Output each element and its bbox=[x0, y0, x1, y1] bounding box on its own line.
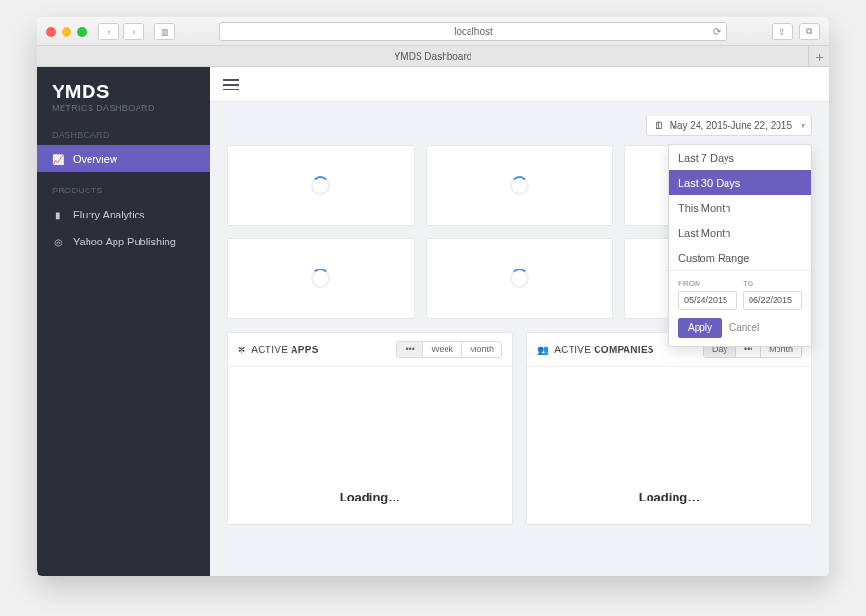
to-date-input[interactable] bbox=[743, 291, 802, 310]
close-window-button[interactable] bbox=[46, 27, 56, 37]
sidebar-section-products: PRODUCTS bbox=[37, 172, 210, 201]
date-option-custom[interactable]: Custom Range bbox=[669, 245, 811, 270]
sidebar-item-label: Yahoo App Publishing bbox=[73, 236, 176, 247]
chevron-down-icon: ▾ bbox=[802, 121, 805, 130]
browser-window: ‹ › ▥ localhost ⟳ ⇪ ⧉ YMDS Dashboard + Y… bbox=[37, 17, 829, 576]
custom-range-section: FROM TO Apply Cancel bbox=[669, 270, 811, 346]
metric-card bbox=[426, 145, 614, 226]
address-bar[interactable]: localhost ⟳ bbox=[219, 22, 727, 41]
panel-active-apps: ✻ ACTIVE APPS ••• Week Month Loading… bbox=[227, 332, 513, 525]
ad-icon: ◎ bbox=[52, 237, 64, 247]
users-icon: 👥 bbox=[537, 345, 548, 355]
metric-card bbox=[227, 238, 415, 319]
back-button[interactable]: ‹ bbox=[98, 23, 119, 40]
brand-title: YMDS bbox=[52, 81, 194, 103]
date-range-dropdown: Last 7 Days Last 30 Days This Month Last… bbox=[668, 144, 812, 346]
topbar bbox=[210, 67, 829, 102]
metric-card bbox=[426, 238, 614, 319]
sidebar-toggle-button[interactable]: ▥ bbox=[154, 23, 175, 40]
brand-subtitle: METRICS DASHBOARD bbox=[52, 103, 194, 113]
loading-spinner-icon bbox=[510, 176, 529, 195]
date-option-this-month[interactable]: This Month bbox=[669, 195, 811, 220]
panel-active-companies: 👥 ACTIVE COMPANIES Day ••• Month Loading… bbox=[526, 332, 812, 525]
chart-area-icon: 📈 bbox=[52, 154, 64, 165]
metric-card bbox=[227, 145, 415, 226]
date-range-button[interactable]: 🗓 May 24, 2015-June 22, 2015 ▾ bbox=[646, 116, 812, 136]
loading-spinner-icon bbox=[510, 269, 529, 288]
date-option-last-7[interactable]: Last 7 Days bbox=[669, 145, 811, 170]
segment-control: ••• Week Month bbox=[396, 341, 502, 358]
sidebar-item-label: Flurry Analytics bbox=[73, 209, 145, 220]
tab-bar: YMDS Dashboard + bbox=[37, 46, 829, 67]
from-date-input[interactable] bbox=[678, 291, 737, 310]
tab-title[interactable]: YMDS Dashboard bbox=[395, 51, 472, 62]
panels: ✻ ACTIVE APPS ••• Week Month Loading… bbox=[227, 332, 812, 525]
panel-body: Loading… bbox=[228, 367, 512, 524]
panel-body: Loading… bbox=[527, 367, 811, 524]
segment-week[interactable]: Week bbox=[422, 342, 461, 357]
tabs-button[interactable]: ⧉ bbox=[799, 23, 820, 40]
loading-text: Loading… bbox=[639, 490, 700, 504]
brand: YMDS METRICS DASHBOARD bbox=[37, 67, 210, 116]
menu-toggle-icon[interactable] bbox=[223, 79, 239, 90]
app: YMDS METRICS DASHBOARD DASHBOARD 📈 Overv… bbox=[37, 67, 829, 576]
date-range-label: May 24, 2015-June 22, 2015 bbox=[670, 120, 792, 131]
loading-spinner-icon bbox=[311, 176, 330, 195]
bar-chart-icon: ▮ bbox=[52, 210, 64, 220]
share-button[interactable]: ⇪ bbox=[772, 23, 793, 40]
date-option-last-30[interactable]: Last 30 Days bbox=[669, 170, 811, 195]
segment-month[interactable]: Month bbox=[461, 342, 501, 357]
forward-button[interactable]: › bbox=[123, 23, 144, 40]
sidebar-item-overview[interactable]: 📈 Overview bbox=[37, 145, 210, 172]
main: 🗓 May 24, 2015-June 22, 2015 ▾ bbox=[210, 67, 829, 576]
nav-buttons: ‹ › bbox=[98, 23, 144, 40]
browser-toolbar: ‹ › ▥ localhost ⟳ ⇪ ⧉ bbox=[37, 17, 829, 46]
date-option-last-month[interactable]: Last Month bbox=[669, 220, 811, 245]
cancel-button[interactable]: Cancel bbox=[729, 322, 759, 333]
wrench-icon: ✻ bbox=[238, 345, 245, 355]
apply-button[interactable]: Apply bbox=[678, 318, 722, 338]
zoom-window-button[interactable] bbox=[77, 27, 87, 37]
loading-text: Loading… bbox=[340, 490, 401, 504]
from-label: FROM bbox=[678, 279, 737, 288]
refresh-icon[interactable]: ⟳ bbox=[713, 26, 721, 37]
sidebar-item-label: Overview bbox=[73, 153, 117, 165]
content: 🗓 May 24, 2015-June 22, 2015 ▾ bbox=[210, 102, 829, 538]
sidebar-item-yahoo[interactable]: ◎ Yahoo App Publishing bbox=[37, 228, 210, 255]
to-label: TO bbox=[743, 279, 802, 288]
minimize-window-button[interactable] bbox=[62, 27, 71, 37]
url-text: localhost bbox=[454, 26, 492, 37]
segment-more[interactable]: ••• bbox=[397, 342, 422, 357]
sidebar-section-dashboard: DASHBOARD bbox=[37, 116, 210, 145]
sidebar-item-flurry[interactable]: ▮ Flurry Analytics bbox=[37, 201, 210, 228]
loading-spinner-icon bbox=[311, 269, 330, 288]
calendar-icon: 🗓 bbox=[654, 120, 664, 131]
sidebar: YMDS METRICS DASHBOARD DASHBOARD 📈 Overv… bbox=[37, 67, 210, 576]
new-tab-button[interactable]: + bbox=[808, 46, 829, 67]
window-controls bbox=[46, 27, 87, 37]
